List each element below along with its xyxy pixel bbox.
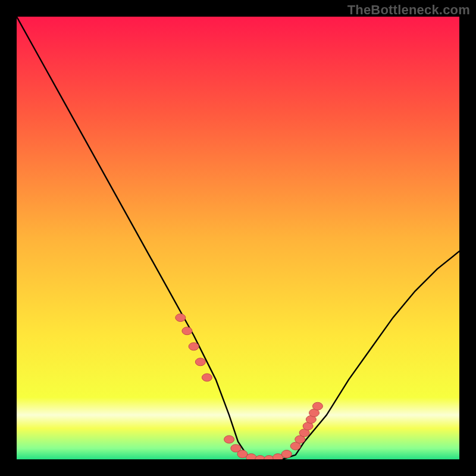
highlight-dot xyxy=(246,454,256,460)
highlight-dot xyxy=(224,436,234,443)
highlight-dot xyxy=(281,450,292,458)
highlight-dot xyxy=(312,402,322,410)
highlight-dot xyxy=(176,314,186,321)
highlight-dot xyxy=(237,450,248,458)
gradient-background xyxy=(17,17,459,459)
highlight-dot xyxy=(189,343,199,350)
chart-frame xyxy=(17,17,459,459)
plot-svg xyxy=(17,17,459,459)
watermark-text: TheBottleneck.com xyxy=(347,2,470,18)
highlight-dot xyxy=(195,358,205,366)
highlight-dot xyxy=(182,327,192,335)
highlight-dot xyxy=(202,374,212,381)
